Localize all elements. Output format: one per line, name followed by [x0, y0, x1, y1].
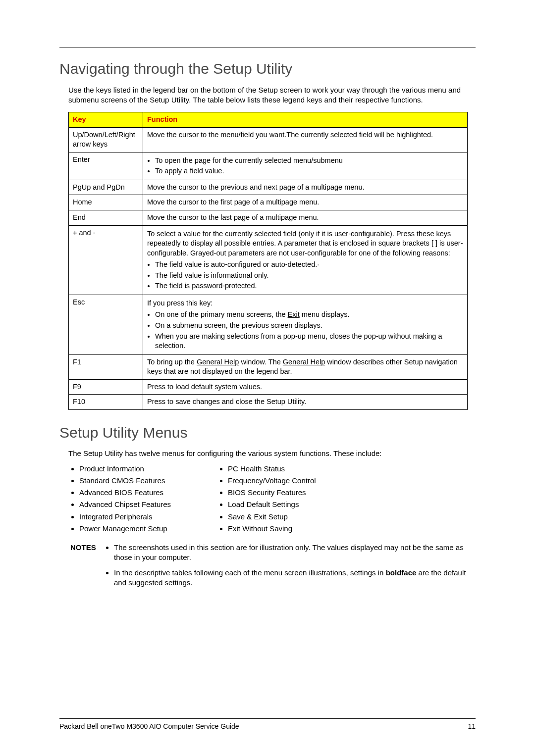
list-item: Advanced Chipset Features [79, 500, 217, 509]
cell-func: To open the page for the currently selec… [143, 152, 468, 180]
footer: Packard Bell oneTwo M3600 AIO Computer S… [59, 718, 476, 731]
table-row: F1 To bring up the General Help window. … [69, 354, 468, 379]
table-row: PgUp and PgDn Move the cursor to the pre… [69, 180, 468, 195]
heading-setup-menus: Setup Utility Menus [59, 423, 476, 443]
list-item: To open the page for the currently selec… [155, 156, 463, 166]
menus-right-list: PC Health Status Frequency/Voltage Contr… [217, 462, 366, 536]
table-row: Enter To open the page for the currently… [69, 152, 468, 180]
table-row: Home Move the cursor to the first page o… [69, 195, 468, 210]
cell-key: F9 [69, 379, 143, 395]
rule-top [59, 48, 476, 48]
notes-label: NOTES [70, 543, 106, 553]
list-item: Integrated Peripherals [79, 512, 217, 522]
cell-key: + and - [69, 225, 143, 295]
heading-navigating: Navigating through the Setup Utility [59, 59, 476, 79]
text: window. The [239, 358, 282, 366]
cell-func: Press to save changes and close the Setu… [143, 395, 468, 410]
underline-exit: Exit [288, 310, 300, 318]
cell-key: Enter [69, 152, 143, 180]
cell-func: Press to load default system values. [143, 379, 468, 395]
key-function-table: Key Function Up/Down/Left/Right arrow ke… [68, 112, 468, 410]
table-row: Esc If you press this key: On one of the… [69, 295, 468, 354]
table-row: End Move the cursor to the last page of … [69, 210, 468, 225]
list-item: The screenshots used in this section are… [114, 543, 476, 563]
list-item: Load Default Settings [228, 500, 366, 509]
cell-func: Move the cursor to the first page of a m… [143, 195, 468, 210]
cell-key: Home [69, 195, 143, 210]
table-row: + and - To select a value for the curren… [69, 225, 468, 295]
table-row: F10 Press to save changes and close the … [69, 395, 468, 410]
th-function: Function [143, 112, 468, 128]
list-item: The field value is informational only. [155, 271, 463, 281]
rule-footer [59, 718, 476, 719]
cell-key: Up/Down/Left/Right arrow keys [69, 127, 143, 152]
text: On one of the primary menu screens, the [155, 310, 288, 318]
footer-title: Packard Bell oneTwo M3600 AIO Computer S… [59, 722, 239, 731]
underline-general-help: General Help [197, 358, 239, 366]
text: menu displays. [300, 310, 350, 318]
cell-func: Move the cursor to the last page of a mu… [143, 210, 468, 225]
list-item: Standard CMOS Features [79, 476, 217, 486]
list-item: On a submenu screen, the previous screen… [155, 321, 463, 331]
cell-func: To select a value for the currently sele… [143, 225, 468, 295]
th-key: Key [69, 112, 143, 128]
menus-left-list: Product Information Standard CMOS Featur… [68, 462, 217, 536]
list-item: Frequency/Voltage Control [228, 476, 366, 486]
cell-para: If you press this key: [147, 299, 463, 308]
list-item: Advanced BIOS Features [79, 488, 217, 498]
menus-section: The Setup Utility has twelve menus for c… [68, 449, 476, 536]
list-item: BIOS Security Features [228, 488, 366, 498]
notes-block: NOTES The screenshots used in this secti… [70, 543, 476, 593]
page-number: 11 [468, 722, 476, 731]
list-item: The field value is auto-configured or au… [155, 260, 463, 270]
text: To bring up the [147, 358, 197, 366]
table-row: Up/Down/Left/Right arrow keys Move the c… [69, 127, 468, 152]
menus-intro: The Setup Utility has twelve menus for c… [68, 449, 476, 458]
cell-key: F10 [69, 395, 143, 410]
cell-func: If you press this key: On one of the pri… [143, 295, 468, 354]
list-item: PC Health Status [228, 464, 366, 474]
cell-key: F1 [69, 354, 143, 379]
intro-text: Use the keys listed in the legend bar on… [68, 85, 476, 105]
cell-func: To bring up the General Help window. The… [143, 354, 468, 379]
table-row: F9 Press to load default system values. [69, 379, 468, 395]
cell-key: End [69, 210, 143, 225]
notes-list: The screenshots used in this section are… [106, 543, 476, 593]
bold-boldface: boldface [386, 568, 417, 577]
cell-para: To select a value for the currently sele… [147, 229, 463, 258]
underline-general-help: General Help [283, 358, 325, 366]
list-item: In the descriptive tables following each… [114, 568, 476, 588]
cell-key: PgUp and PgDn [69, 180, 143, 195]
cell-func: Move the cursor to the menu/field you wa… [143, 127, 468, 152]
list-item: Power Management Setup [79, 524, 217, 534]
cell-key: Esc [69, 295, 143, 354]
page: Navigating through the Setup Utility Use… [0, 0, 535, 756]
list-item: To apply a field value. [155, 166, 463, 176]
text: In the descriptive tables following each… [114, 568, 386, 577]
list-item: Product Information [79, 464, 217, 474]
list-item: When you are making selections from a po… [155, 332, 463, 351]
list-item: Exit Without Saving [228, 524, 366, 534]
list-item: The field is password-protected. [155, 281, 463, 291]
list-item: On one of the primary menu screens, the … [155, 310, 463, 320]
list-item: Save & Exit Setup [228, 512, 366, 522]
cell-func: Move the cursor to the previous and next… [143, 180, 468, 195]
